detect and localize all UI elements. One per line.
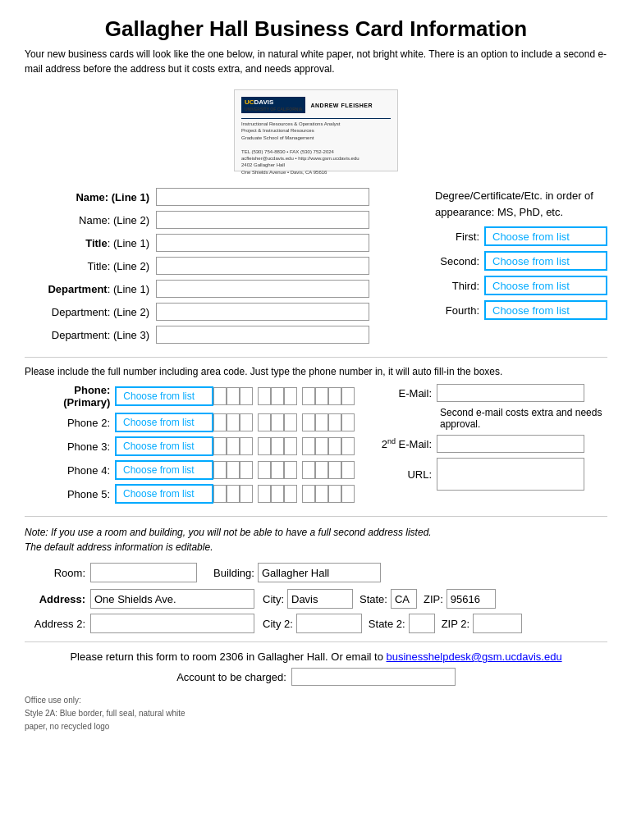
state2-input[interactable] bbox=[409, 614, 435, 633]
phone-box bbox=[341, 461, 355, 479]
account-label: Account to be charged: bbox=[176, 671, 286, 683]
city2-input[interactable] bbox=[296, 614, 362, 633]
divider-2 bbox=[25, 516, 607, 517]
phone-box bbox=[328, 387, 341, 405]
degree-first-label: First: bbox=[435, 231, 484, 243]
phone3-button[interactable]: Choose from list bbox=[115, 436, 213, 456]
degree-fourth-button[interactable]: Choose from list bbox=[484, 300, 607, 320]
dept-line2-input[interactable] bbox=[156, 303, 369, 321]
card-preview: UCDAVIS UNIVERSITY OF CALIFORNIA ANDREW … bbox=[25, 89, 607, 171]
email-row: E-Mail: bbox=[371, 384, 607, 402]
phone5-button[interactable]: Choose from list bbox=[115, 484, 213, 504]
phone-box bbox=[341, 437, 355, 455]
phone-box bbox=[258, 413, 271, 431]
degree-fourth-row: Fourth: Choose from list bbox=[435, 300, 607, 320]
address-input[interactable] bbox=[90, 589, 254, 609]
email-fields: E-Mail: Second e-mail costs extra and ne… bbox=[371, 384, 607, 508]
url-label: URL: bbox=[371, 468, 437, 481]
phone-box bbox=[240, 413, 253, 431]
phone-box bbox=[328, 437, 341, 455]
phone4-boxes bbox=[213, 461, 355, 479]
phone-box bbox=[258, 461, 271, 479]
phone-box bbox=[227, 461, 240, 479]
title-line2-label: Title: (Line 2) bbox=[25, 260, 156, 272]
url-input[interactable] bbox=[437, 458, 584, 491]
address2-label: Address 2: bbox=[25, 618, 90, 630]
degree-third-button[interactable]: Choose from list bbox=[484, 276, 607, 295]
zip2-input[interactable] bbox=[473, 614, 522, 633]
phone-box bbox=[302, 437, 315, 455]
building-input[interactable] bbox=[258, 563, 381, 582]
name-line1-label: Name: (Line 1) bbox=[25, 191, 156, 203]
address-label: Address: bbox=[25, 593, 90, 605]
return-email-link[interactable]: businesshelpdesk@gsm.ucdavis.edu bbox=[387, 651, 562, 663]
state-input[interactable] bbox=[391, 589, 417, 609]
phone-box bbox=[271, 387, 284, 405]
name-line1-input[interactable] bbox=[156, 188, 369, 206]
phone-box bbox=[302, 413, 315, 431]
phone5-row: Phone 5: Choose from list bbox=[25, 484, 355, 504]
phone-box bbox=[258, 485, 271, 503]
zip2-label: ZIP 2: bbox=[442, 618, 469, 630]
title-line2-row: Title: (Line 2) bbox=[25, 257, 427, 275]
phone-primary-row: Phone: (Primary) Choose from list bbox=[25, 384, 355, 409]
business-card-image: UCDAVIS UNIVERSITY OF CALIFORNIA ANDREW … bbox=[234, 89, 398, 171]
city2-label: City 2: bbox=[263, 618, 293, 630]
phone-primary-label: Phone: (Primary) bbox=[25, 384, 115, 409]
state2-label: State 2: bbox=[369, 618, 405, 630]
phone-box bbox=[240, 437, 253, 455]
phone-fields: Phone: (Primary) Choose from list Phone … bbox=[25, 384, 355, 508]
phone-box bbox=[271, 437, 284, 455]
card-content: Instructional Resources & Operations Ana… bbox=[241, 121, 391, 176]
phone4-button[interactable]: Choose from list bbox=[115, 460, 213, 480]
name-line2-label: Name: (Line 2) bbox=[25, 214, 156, 226]
account-input[interactable] bbox=[291, 668, 456, 686]
phone-box bbox=[213, 413, 227, 431]
page-title: Gallagher Hall Business Card Information bbox=[25, 16, 607, 42]
zip-input[interactable] bbox=[447, 589, 496, 609]
phone-box bbox=[271, 485, 284, 503]
phone-box bbox=[328, 485, 341, 503]
room-label: Room: bbox=[25, 567, 90, 579]
dept-line1-input[interactable] bbox=[156, 280, 369, 298]
room-input[interactable] bbox=[90, 563, 197, 582]
phone-primary-button[interactable]: Choose from list bbox=[115, 386, 213, 406]
phone4-row: Phone 4: Choose from list bbox=[25, 460, 355, 480]
phone-box bbox=[240, 387, 253, 405]
state-label: State: bbox=[360, 593, 387, 605]
degree-fields: Degree/Certificate/Etc. in order of appe… bbox=[435, 188, 607, 325]
email2-label: 2nd E-Mail: bbox=[371, 437, 437, 450]
dept-line3-input[interactable] bbox=[156, 326, 369, 344]
degree-second-row: Second: Choose from list bbox=[435, 251, 607, 271]
phone2-boxes bbox=[213, 413, 355, 431]
phone-box bbox=[315, 437, 328, 455]
phone-box bbox=[315, 485, 328, 503]
phone2-button[interactable]: Choose from list bbox=[115, 413, 213, 432]
phone-box bbox=[341, 387, 355, 405]
title-line2-input[interactable] bbox=[156, 257, 369, 275]
phone5-label: Phone 5: bbox=[25, 488, 115, 500]
title-line1-row: Title: (Line 1) bbox=[25, 234, 427, 252]
address2-input[interactable] bbox=[90, 614, 254, 633]
phone5-boxes bbox=[213, 485, 355, 503]
phone3-row: Phone 3: Choose from list bbox=[25, 436, 355, 456]
phone-box bbox=[284, 387, 297, 405]
divider-1 bbox=[25, 357, 607, 358]
name-fields: Name: (Line 1) Name: (Line 2) Title: (Li… bbox=[25, 188, 427, 349]
title-line1-input[interactable] bbox=[156, 234, 369, 252]
degree-first-button[interactable]: Choose from list bbox=[484, 226, 607, 246]
phone-box bbox=[284, 413, 297, 431]
phone-box bbox=[302, 387, 315, 405]
email-input[interactable] bbox=[437, 384, 584, 402]
degree-third-row: Third: Choose from list bbox=[435, 276, 607, 295]
building-label: Building: bbox=[213, 567, 254, 579]
name-line2-input[interactable] bbox=[156, 211, 369, 229]
degree-second-button[interactable]: Choose from list bbox=[484, 251, 607, 271]
phone-box bbox=[284, 437, 297, 455]
city-input[interactable] bbox=[287, 589, 353, 609]
phone-box bbox=[328, 461, 341, 479]
email2-input[interactable] bbox=[437, 435, 584, 453]
room-building-row: Room: Building: bbox=[25, 563, 607, 582]
zip-label: ZIP: bbox=[424, 593, 443, 605]
phone-box bbox=[227, 387, 240, 405]
